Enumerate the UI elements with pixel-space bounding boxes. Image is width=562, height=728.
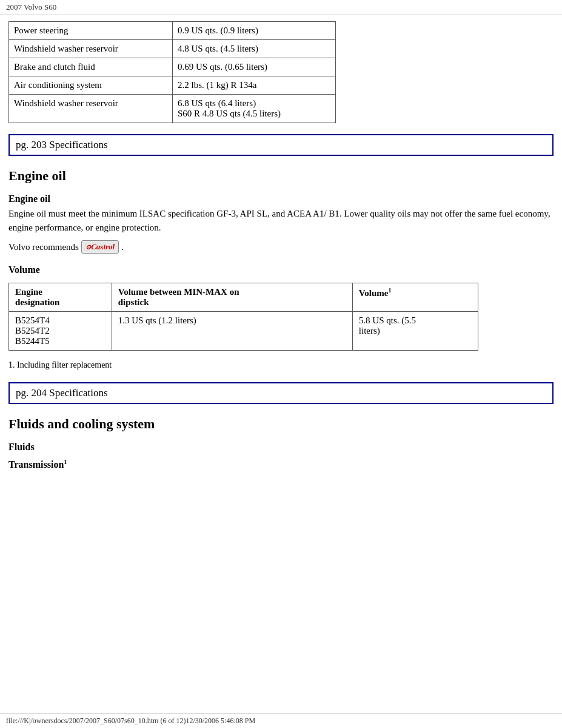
engine-oil-subheading: Engine oil xyxy=(8,194,554,204)
title-bar: 2007 Volvo S60 xyxy=(0,0,562,15)
table-cell-label: Air conditioning system xyxy=(9,76,173,95)
footer-text: file:///K|/ownersdocs/2007/2007_S60/07s6… xyxy=(6,716,255,725)
table-cell-label: Power steering xyxy=(9,22,173,40)
page-title-text: 2007 Volvo S60 xyxy=(6,2,56,12)
main-content: Power steering0.9 US qts. (0.9 liters)Wi… xyxy=(0,15,562,497)
fluids-section: Fluids and cooling system Fluids Transmi… xyxy=(8,416,554,470)
page-nav-2-text: pg. 204 Specifications xyxy=(16,387,108,399)
period: . xyxy=(121,242,124,252)
page-footer: file:///K|/ownersdocs/2007/2007_S60/07s6… xyxy=(0,713,562,728)
page-nav-box-1[interactable]: pg. 203 Specifications xyxy=(8,134,554,156)
engine-oil-heading: Engine oil xyxy=(8,168,554,184)
volume-col-minmax: Volume between MIN-MAX ondipstick xyxy=(112,283,352,312)
volume-table: Enginedesignation Volume between MIN-MAX… xyxy=(8,283,478,351)
fluids-heading: Fluids and cooling system xyxy=(8,416,554,432)
table-row: Windshield washer reservoir4.8 US qts. (… xyxy=(9,40,336,58)
table-cell-value: 0.69 US qts. (0.65 liters) xyxy=(173,58,336,76)
footnote-1: 1. Including filter replacement xyxy=(8,360,554,370)
volume-col-engine: Enginedesignation xyxy=(9,283,112,312)
table-row: Air conditioning system2.2 lbs. (1 kg) R… xyxy=(9,76,336,95)
table-cell-value: 6.8 US qts (6.4 liters)S60 R 4.8 US qts … xyxy=(173,95,336,123)
table-cell-label: Windshield washer reservoir xyxy=(9,40,173,58)
volvo-recommends-text: Volvo recommends xyxy=(8,242,79,252)
volume-col-volume: Volume1 xyxy=(352,283,478,312)
table-row: Brake and clutch fluid0.69 US qts. (0.65… xyxy=(9,58,336,76)
volvo-recommends-line: Volvo recommends Castrol . xyxy=(8,240,554,254)
castrol-logo: Castrol xyxy=(81,240,119,254)
volume-heading: Volume xyxy=(8,265,554,275)
engine-oil-body: Engine oil must meet the minimum ILSAC s… xyxy=(8,207,554,234)
fluids-subheading: Fluids xyxy=(8,442,554,453)
table-row: Power steering0.9 US qts. (0.9 liters) xyxy=(9,22,336,40)
volume-engine-cell: B5254T4B5254T2B5244T5 xyxy=(9,312,112,351)
volume-row-1: B5254T4B5254T2B5244T5 1.3 US qts (1.2 li… xyxy=(9,312,478,351)
table-row: Windshield washer reservoir6.8 US qts (6… xyxy=(9,95,336,123)
engine-oil-section: Engine oil Engine oil Engine oil must me… xyxy=(8,168,554,370)
first-specs-table: Power steering0.9 US qts. (0.9 liters)Wi… xyxy=(8,21,336,123)
table-cell-label: Windshield washer reservoir xyxy=(9,95,173,123)
table-cell-value: 2.2 lbs. (1 kg) R 134a xyxy=(173,76,336,95)
table-cell-label: Brake and clutch fluid xyxy=(9,58,173,76)
transmission-subheading: Transmission1 xyxy=(8,459,554,470)
table-cell-value: 0.9 US qts. (0.9 liters) xyxy=(173,22,336,40)
page-nav-box-2[interactable]: pg. 204 Specifications xyxy=(8,382,554,404)
volume-minmax-cell: 1.3 US qts (1.2 liters) xyxy=(112,312,352,351)
transmission-superscript: 1 xyxy=(64,459,67,465)
volume-value-cell: 5.8 US qts. (5.5liters) xyxy=(352,312,478,351)
table-cell-value: 4.8 US qts. (4.5 liters) xyxy=(173,40,336,58)
page-nav-1-text: pg. 203 Specifications xyxy=(16,139,108,150)
